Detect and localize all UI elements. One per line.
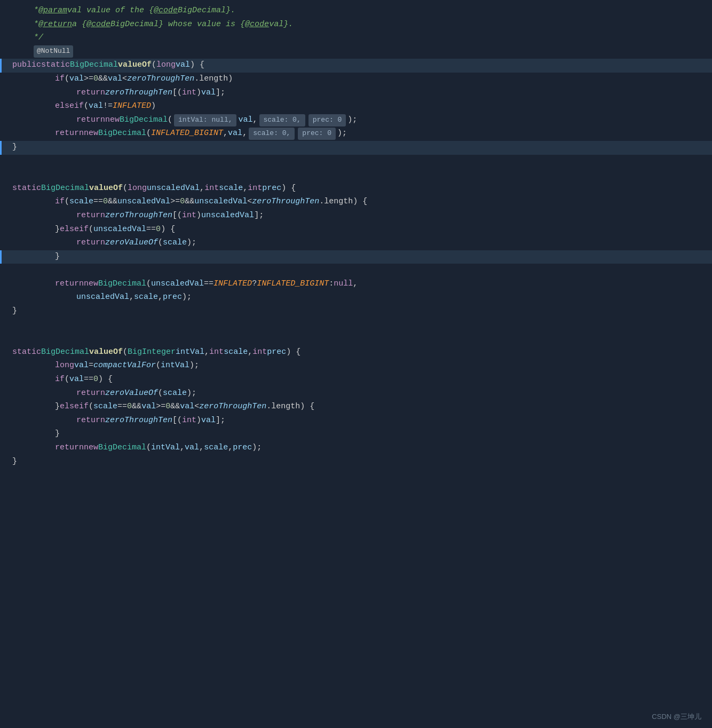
code-line: */ — [0, 31, 712, 45]
code-line: return zeroValueOf ( scale ); — [0, 387, 712, 401]
code-line: } else if ( scale == 0 && val >= 0 && va… — [0, 400, 712, 414]
watermark: CSDN @三坤儿 — [652, 711, 701, 723]
code-line: unscaledVal , scale , prec ); — [0, 291, 712, 305]
code-line: } else if ( unscaledVal == 0 ) { — [0, 223, 712, 237]
code-line: static BigDecimal valueOf ( BigInteger i… — [0, 346, 712, 360]
hint-prec1: prec: 0 — [308, 114, 346, 126]
code-line: public static BigDecimal valueOf ( long … — [0, 59, 712, 73]
code-line: return new BigDecimal ( intVal: null, va… — [0, 114, 712, 128]
empty-line — [0, 168, 712, 182]
code-line: if ( val >= 0 && val < zeroThroughTen .l… — [0, 73, 712, 86]
code-line: @NotNull — [0, 45, 712, 59]
code-line: return zeroValueOf ( scale ); — [0, 236, 712, 250]
hint-intval: intVal: null, — [174, 114, 236, 126]
hint-scale1: scale: 0, — [259, 114, 305, 126]
code-line: if ( val == 0 ) { — [0, 373, 712, 387]
code-line: else if ( val != INFLATED ) — [0, 100, 712, 114]
empty-line — [0, 155, 712, 169]
empty-line — [0, 332, 712, 346]
empty-line — [0, 319, 712, 333]
code-line: } — [0, 428, 712, 441]
code-line: } — [0, 305, 712, 319]
code-line: } — [0, 250, 712, 264]
hint-scale2: scale: 0, — [249, 128, 295, 140]
code-line: * @return a {@code BigDecimal} whose val… — [0, 18, 712, 32]
code-line: return zeroThroughTen [( int ) val ]; — [0, 414, 712, 428]
code-line: return new BigDecimal ( unscaledVal == I… — [0, 278, 712, 291]
empty-line — [0, 264, 712, 278]
code-line: return zeroThroughTen [( int ) val ]; — [0, 86, 712, 100]
hint-prec2: prec: 0 — [298, 128, 336, 140]
code-line: if ( scale == 0 && unscaledVal >= 0 && u… — [0, 195, 712, 209]
code-line: * @param val value of the {@code BigDeci… — [0, 4, 712, 18]
annotation-notnull: @NotNull — [34, 45, 73, 58]
code-line: return new BigDecimal ( INFLATED_BIGINT … — [0, 127, 712, 141]
code-line: } — [0, 455, 712, 469]
code-line: return zeroThroughTen [( int ) unscaledV… — [0, 209, 712, 223]
code-line: } — [0, 141, 712, 155]
code-line: return new BigDecimal ( intVal , val , s… — [0, 441, 712, 455]
code-line: static BigDecimal valueOf ( long unscale… — [0, 182, 712, 196]
code-container: * @param val value of the {@code BigDeci… — [0, 0, 712, 728]
code-line: long val = compactValFor ( intVal ); — [0, 359, 712, 373]
